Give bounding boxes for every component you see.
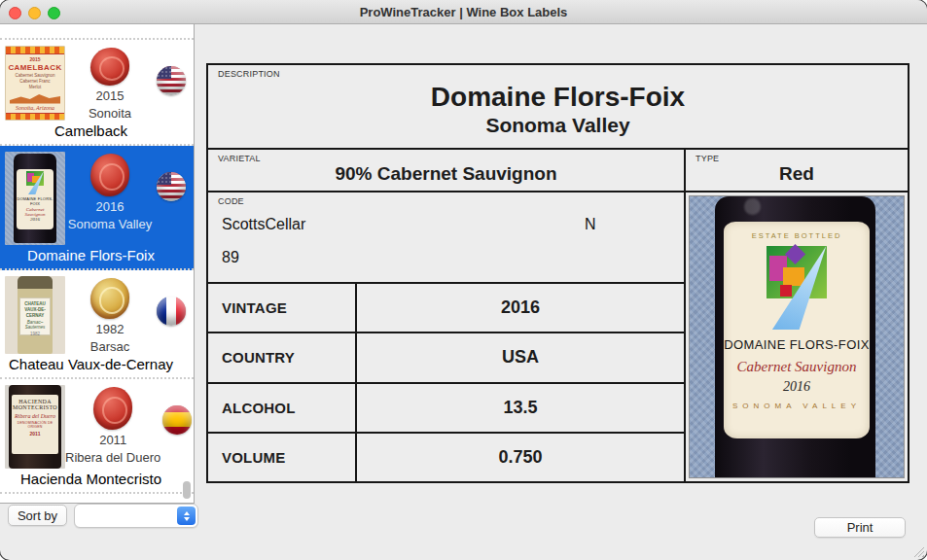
wine-title: Domaine Flors-Foix xyxy=(431,82,685,113)
mountain-graphic xyxy=(10,92,60,104)
table-row-vintage: VINTAGE 2016 xyxy=(208,284,684,333)
thumb-year: 1982 xyxy=(20,332,50,336)
red-wax-seal-icon xyxy=(93,387,132,430)
thumb-line: Cabernet Sauvignon xyxy=(17,207,53,217)
wine-subtitle: Sonoma Valley xyxy=(485,113,629,138)
print-button[interactable]: Print xyxy=(814,517,906,538)
item-region: Sonoita xyxy=(89,106,131,121)
thumb-title: HACIENDA MONTECRISTO xyxy=(12,399,58,410)
dropdown-stepper-icon xyxy=(177,507,196,525)
gold-wax-seal-icon xyxy=(90,278,129,319)
thumb-year: 2016 xyxy=(17,217,53,222)
row-label: COUNTRY xyxy=(208,333,357,381)
thumb-line: Merlot xyxy=(7,85,63,90)
table-row-volume: VOLUME 0.750 xyxy=(208,434,684,481)
item-name: Domaine Flors-Foix xyxy=(0,247,182,263)
label-winery-name: DOMAINE FLORS-FOIX xyxy=(724,337,870,352)
thumb-year: 2015 xyxy=(7,56,63,62)
sort-by-button[interactable]: Sort by xyxy=(8,505,67,526)
type-label: TYPE xyxy=(695,154,719,163)
sidebar-item-domaine-flors-foix[interactable]: DOMAINE FLORS-FOIX Cabernet Sauvignon 20… xyxy=(0,146,194,270)
title-bar: ProWineTracker | Wine Box Labels xyxy=(0,0,927,24)
row-label: VOLUME xyxy=(208,434,357,481)
thumb-script: Sonoita, Arizona xyxy=(7,105,63,111)
table-row-alcohol: ALCOHOL 13.5 xyxy=(208,384,684,434)
item-year: 2015 xyxy=(96,88,125,103)
code-label: CODE xyxy=(218,196,244,206)
table-row-country: COUNTRY USA xyxy=(208,333,684,383)
estate-bottled-text: ESTATE BOTTLED xyxy=(752,231,842,240)
sidebar-item-camelback[interactable]: 2015 CAMELBACK Cabernet Sauvignon Cabern… xyxy=(0,40,194,146)
item-region: Ribera del Duero xyxy=(65,450,160,465)
label-sunburst xyxy=(6,113,64,121)
bottle-label-graphic: ESTATE BOTTLED DOMAINE FLORS-FOIX Cabern… xyxy=(724,222,870,438)
description-label: DESCRIPTION xyxy=(218,69,280,79)
volume-value-field[interactable]: 0.750 xyxy=(357,434,684,481)
item-name: Hacienda Montecristo xyxy=(0,471,182,487)
red-wax-seal-icon xyxy=(90,154,129,196)
type-value: Red xyxy=(779,163,814,185)
bottle-graphic: HACIENDA MONTECRISTO Ribera del Duero DE… xyxy=(9,385,61,469)
code-number-value: 89 xyxy=(222,249,239,266)
wine-detail-panel: DESCRIPTION Domaine Flors-Foix Sonoma Va… xyxy=(206,63,909,483)
vintage-value-field[interactable]: 2016 xyxy=(357,284,684,332)
alcohol-value-field[interactable]: 13.5 xyxy=(357,384,684,432)
wine-thumbnail-vaux-de-cernay: CHATEAU VAUX-DE-CERNAY Barsac–Sauternes … xyxy=(5,276,65,354)
label-vintage: 2016 xyxy=(783,379,810,395)
code-field[interactable]: CODE ScottsCellar N 89 xyxy=(208,192,684,284)
item-name: Chateau Vaux-de-Cernay xyxy=(0,356,182,372)
sidebar-item-chateau-vaux-de-cernay[interactable]: CHATEAU VAUX-DE-CERNAY Barsac–Sauternes … xyxy=(0,270,194,379)
france-flag-icon xyxy=(157,297,186,326)
app-window: ProWineTracker | Wine Box Labels 2015 CA… xyxy=(0,0,927,560)
window-controls xyxy=(9,7,60,19)
window-resize-grip[interactable] xyxy=(913,546,924,557)
zoom-button-icon[interactable] xyxy=(48,7,60,19)
item-region: Sonoma Valley xyxy=(68,217,152,231)
minimize-button-icon[interactable] xyxy=(28,7,41,19)
wine-list-sidebar: 2015 CAMELBACK Cabernet Sauvignon Cabern… xyxy=(0,24,195,504)
bottle-graphic: DOMAINE FLORS-FOIX Cabernet Sauvignon 20… xyxy=(14,154,56,243)
label-region: SONOMA VALLEY xyxy=(732,402,861,410)
red-wax-seal-icon xyxy=(90,48,129,86)
us-flag-icon xyxy=(157,172,186,201)
label-varietal: Cabernet Sauvignon xyxy=(737,359,857,375)
sidebar-scrollbar-thumb[interactable] xyxy=(183,481,191,499)
thumb-title: DOMAINE FLORS-FOIX xyxy=(17,196,53,206)
type-field[interactable]: TYPE Red xyxy=(686,150,908,191)
thumb-line: Cabernet Sauvignon xyxy=(7,73,63,79)
wine-thumbnail-flors-foix: DOMAINE FLORS-FOIX Cabernet Sauvignon 20… xyxy=(5,152,65,245)
bottle-photo: ESTATE BOTTLED DOMAINE FLORS-FOIX Cabern… xyxy=(689,195,905,478)
winery-logo xyxy=(765,246,829,330)
window-title: ProWineTracker | Wine Box Labels xyxy=(360,5,568,19)
winery-logo xyxy=(25,171,45,194)
item-year: 1982 xyxy=(96,322,125,336)
wine-thumbnail-camelback: 2015 CAMELBACK Cabernet Sauvignon Cabern… xyxy=(5,46,65,121)
close-button-icon[interactable] xyxy=(9,7,21,19)
row-label: ALCOHOL xyxy=(208,384,357,432)
attributes-table: VINTAGE 2016 COUNTRY USA ALCOHOL 13.5 VO… xyxy=(208,284,684,481)
sidebar-item-hacienda-montecristo[interactable]: HACIENDA MONTECRISTO Ribera del Duero DE… xyxy=(0,379,194,494)
sort-field-dropdown[interactable] xyxy=(74,504,198,528)
row-label: VINTAGE xyxy=(208,284,357,332)
thumb-line: Ribera del Duero xyxy=(12,413,58,419)
description-field[interactable]: DESCRIPTION Domaine Flors-Foix Sonoma Va… xyxy=(208,65,908,150)
varietal-field[interactable]: VARIETAL 90% Cabernet Sauvignon xyxy=(208,150,686,191)
varietal-value: 90% Cabernet Sauvignon xyxy=(335,163,556,185)
spain-flag-icon xyxy=(162,405,192,435)
thumb-line: Barsac–Sauternes xyxy=(20,320,50,330)
label-sunburst xyxy=(6,47,64,54)
item-region: Barsac xyxy=(90,339,129,354)
code-flag-value: N xyxy=(585,216,596,233)
thumb-title: CAMELBACK xyxy=(7,63,63,72)
us-flag-icon xyxy=(157,66,186,95)
code-value: ScottsCellar xyxy=(222,216,305,233)
item-year: 2016 xyxy=(96,199,125,214)
varietal-label: VARIETAL xyxy=(218,154,261,163)
country-value-field[interactable]: USA xyxy=(357,333,684,381)
bottle-graphic: CHATEAU VAUX-DE-CERNAY Barsac–Sauternes … xyxy=(18,276,53,354)
thumb-title: CHATEAU VAUX-DE-CERNAY xyxy=(20,301,50,319)
bottle-photo-cell: ESTATE BOTTLED DOMAINE FLORS-FOIX Cabern… xyxy=(686,192,908,481)
item-year: 2011 xyxy=(99,433,126,447)
thumb-line: DENOMINACIÓN DE ORIGEN xyxy=(12,421,58,429)
wine-thumbnail-montecristo: HACIENDA MONTECRISTO Ribera del Duero DE… xyxy=(5,385,65,469)
